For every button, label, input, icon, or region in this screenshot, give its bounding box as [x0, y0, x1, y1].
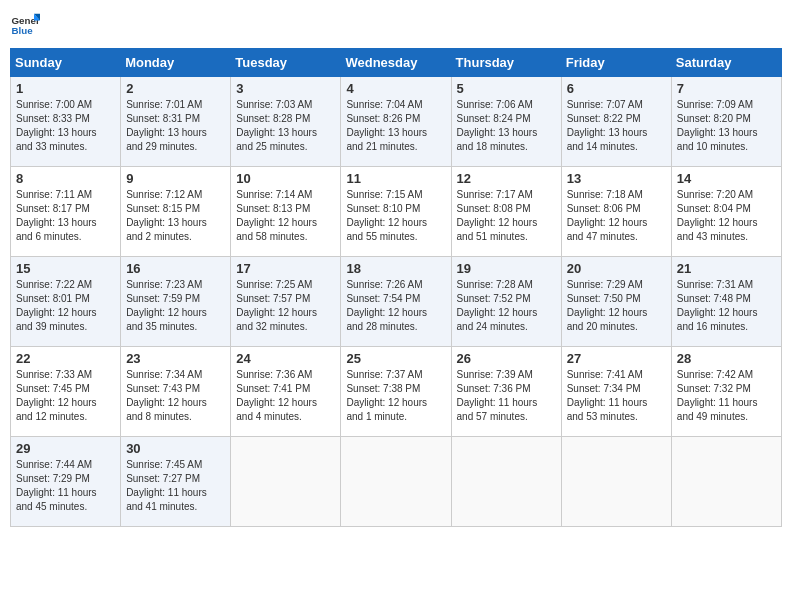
column-header-thursday: Thursday: [451, 49, 561, 77]
week-row-4: 22 Sunrise: 7:33 AM Sunset: 7:45 PM Dayl…: [11, 347, 782, 437]
day-number: 18: [346, 261, 445, 276]
calendar-cell: 3 Sunrise: 7:03 AM Sunset: 8:28 PM Dayli…: [231, 77, 341, 167]
week-row-5: 29 Sunrise: 7:44 AM Sunset: 7:29 PM Dayl…: [11, 437, 782, 527]
day-info: Sunrise: 7:15 AM Sunset: 8:10 PM Dayligh…: [346, 188, 445, 244]
day-number: 16: [126, 261, 225, 276]
column-header-friday: Friday: [561, 49, 671, 77]
day-info: Sunrise: 7:17 AM Sunset: 8:08 PM Dayligh…: [457, 188, 556, 244]
day-info: Sunrise: 7:34 AM Sunset: 7:43 PM Dayligh…: [126, 368, 225, 424]
column-header-monday: Monday: [121, 49, 231, 77]
day-number: 26: [457, 351, 556, 366]
calendar-cell: 30 Sunrise: 7:45 AM Sunset: 7:27 PM Dayl…: [121, 437, 231, 527]
day-info: Sunrise: 7:07 AM Sunset: 8:22 PM Dayligh…: [567, 98, 666, 154]
week-row-2: 8 Sunrise: 7:11 AM Sunset: 8:17 PM Dayli…: [11, 167, 782, 257]
day-info: Sunrise: 7:23 AM Sunset: 7:59 PM Dayligh…: [126, 278, 225, 334]
column-header-wednesday: Wednesday: [341, 49, 451, 77]
day-number: 20: [567, 261, 666, 276]
svg-text:Blue: Blue: [12, 25, 34, 36]
calendar-cell: 19 Sunrise: 7:28 AM Sunset: 7:52 PM Dayl…: [451, 257, 561, 347]
calendar-cell: 10 Sunrise: 7:14 AM Sunset: 8:13 PM Dayl…: [231, 167, 341, 257]
day-info: Sunrise: 7:45 AM Sunset: 7:27 PM Dayligh…: [126, 458, 225, 514]
day-info: Sunrise: 7:29 AM Sunset: 7:50 PM Dayligh…: [567, 278, 666, 334]
day-info: Sunrise: 7:42 AM Sunset: 7:32 PM Dayligh…: [677, 368, 776, 424]
day-number: 6: [567, 81, 666, 96]
calendar-cell: 24 Sunrise: 7:36 AM Sunset: 7:41 PM Dayl…: [231, 347, 341, 437]
day-info: Sunrise: 7:44 AM Sunset: 7:29 PM Dayligh…: [16, 458, 115, 514]
calendar-cell: [671, 437, 781, 527]
day-number: 9: [126, 171, 225, 186]
day-info: Sunrise: 7:18 AM Sunset: 8:06 PM Dayligh…: [567, 188, 666, 244]
calendar-cell: 29 Sunrise: 7:44 AM Sunset: 7:29 PM Dayl…: [11, 437, 121, 527]
calendar-cell: 14 Sunrise: 7:20 AM Sunset: 8:04 PM Dayl…: [671, 167, 781, 257]
calendar-cell: 25 Sunrise: 7:37 AM Sunset: 7:38 PM Dayl…: [341, 347, 451, 437]
calendar-cell: 6 Sunrise: 7:07 AM Sunset: 8:22 PM Dayli…: [561, 77, 671, 167]
calendar-cell: 11 Sunrise: 7:15 AM Sunset: 8:10 PM Dayl…: [341, 167, 451, 257]
day-number: 22: [16, 351, 115, 366]
calendar-cell: 1 Sunrise: 7:00 AM Sunset: 8:33 PM Dayli…: [11, 77, 121, 167]
day-number: 5: [457, 81, 556, 96]
day-info: Sunrise: 7:31 AM Sunset: 7:48 PM Dayligh…: [677, 278, 776, 334]
calendar-cell: 7 Sunrise: 7:09 AM Sunset: 8:20 PM Dayli…: [671, 77, 781, 167]
day-number: 28: [677, 351, 776, 366]
day-info: Sunrise: 7:12 AM Sunset: 8:15 PM Dayligh…: [126, 188, 225, 244]
calendar-cell: 23 Sunrise: 7:34 AM Sunset: 7:43 PM Dayl…: [121, 347, 231, 437]
day-number: 13: [567, 171, 666, 186]
day-number: 12: [457, 171, 556, 186]
day-number: 24: [236, 351, 335, 366]
week-row-3: 15 Sunrise: 7:22 AM Sunset: 8:01 PM Dayl…: [11, 257, 782, 347]
day-info: Sunrise: 7:20 AM Sunset: 8:04 PM Dayligh…: [677, 188, 776, 244]
day-info: Sunrise: 7:41 AM Sunset: 7:34 PM Dayligh…: [567, 368, 666, 424]
column-header-saturday: Saturday: [671, 49, 781, 77]
calendar-cell: 4 Sunrise: 7:04 AM Sunset: 8:26 PM Dayli…: [341, 77, 451, 167]
calendar-cell: 21 Sunrise: 7:31 AM Sunset: 7:48 PM Dayl…: [671, 257, 781, 347]
calendar-cell: 5 Sunrise: 7:06 AM Sunset: 8:24 PM Dayli…: [451, 77, 561, 167]
day-info: Sunrise: 7:11 AM Sunset: 8:17 PM Dayligh…: [16, 188, 115, 244]
calendar-cell: 22 Sunrise: 7:33 AM Sunset: 7:45 PM Dayl…: [11, 347, 121, 437]
day-number: 27: [567, 351, 666, 366]
day-info: Sunrise: 7:03 AM Sunset: 8:28 PM Dayligh…: [236, 98, 335, 154]
day-info: Sunrise: 7:14 AM Sunset: 8:13 PM Dayligh…: [236, 188, 335, 244]
day-info: Sunrise: 7:39 AM Sunset: 7:36 PM Dayligh…: [457, 368, 556, 424]
day-number: 1: [16, 81, 115, 96]
logo-icon: General Blue: [10, 10, 40, 40]
calendar-cell: 20 Sunrise: 7:29 AM Sunset: 7:50 PM Dayl…: [561, 257, 671, 347]
day-info: Sunrise: 7:28 AM Sunset: 7:52 PM Dayligh…: [457, 278, 556, 334]
day-info: Sunrise: 7:00 AM Sunset: 8:33 PM Dayligh…: [16, 98, 115, 154]
calendar-cell: 9 Sunrise: 7:12 AM Sunset: 8:15 PM Dayli…: [121, 167, 231, 257]
day-number: 14: [677, 171, 776, 186]
day-info: Sunrise: 7:04 AM Sunset: 8:26 PM Dayligh…: [346, 98, 445, 154]
day-number: 11: [346, 171, 445, 186]
day-number: 21: [677, 261, 776, 276]
day-number: 19: [457, 261, 556, 276]
calendar-cell: 2 Sunrise: 7:01 AM Sunset: 8:31 PM Dayli…: [121, 77, 231, 167]
day-number: 10: [236, 171, 335, 186]
column-header-sunday: Sunday: [11, 49, 121, 77]
calendar-cell: 12 Sunrise: 7:17 AM Sunset: 8:08 PM Dayl…: [451, 167, 561, 257]
day-number: 15: [16, 261, 115, 276]
day-number: 2: [126, 81, 225, 96]
day-info: Sunrise: 7:01 AM Sunset: 8:31 PM Dayligh…: [126, 98, 225, 154]
day-info: Sunrise: 7:26 AM Sunset: 7:54 PM Dayligh…: [346, 278, 445, 334]
calendar-table: SundayMondayTuesdayWednesdayThursdayFrid…: [10, 48, 782, 527]
calendar-cell: 18 Sunrise: 7:26 AM Sunset: 7:54 PM Dayl…: [341, 257, 451, 347]
day-number: 3: [236, 81, 335, 96]
calendar-cell: 13 Sunrise: 7:18 AM Sunset: 8:06 PM Dayl…: [561, 167, 671, 257]
calendar-cell: 28 Sunrise: 7:42 AM Sunset: 7:32 PM Dayl…: [671, 347, 781, 437]
day-number: 30: [126, 441, 225, 456]
day-info: Sunrise: 7:25 AM Sunset: 7:57 PM Dayligh…: [236, 278, 335, 334]
calendar-cell: 17 Sunrise: 7:25 AM Sunset: 7:57 PM Dayl…: [231, 257, 341, 347]
day-info: Sunrise: 7:36 AM Sunset: 7:41 PM Dayligh…: [236, 368, 335, 424]
calendar-cell: [451, 437, 561, 527]
week-row-1: 1 Sunrise: 7:00 AM Sunset: 8:33 PM Dayli…: [11, 77, 782, 167]
calendar-cell: 8 Sunrise: 7:11 AM Sunset: 8:17 PM Dayli…: [11, 167, 121, 257]
day-info: Sunrise: 7:09 AM Sunset: 8:20 PM Dayligh…: [677, 98, 776, 154]
day-number: 4: [346, 81, 445, 96]
day-number: 17: [236, 261, 335, 276]
calendar-cell: 27 Sunrise: 7:41 AM Sunset: 7:34 PM Dayl…: [561, 347, 671, 437]
day-info: Sunrise: 7:06 AM Sunset: 8:24 PM Dayligh…: [457, 98, 556, 154]
page-header: General Blue: [10, 10, 782, 40]
day-info: Sunrise: 7:22 AM Sunset: 8:01 PM Dayligh…: [16, 278, 115, 334]
day-number: 29: [16, 441, 115, 456]
calendar-cell: 15 Sunrise: 7:22 AM Sunset: 8:01 PM Dayl…: [11, 257, 121, 347]
logo: General Blue: [10, 10, 40, 40]
